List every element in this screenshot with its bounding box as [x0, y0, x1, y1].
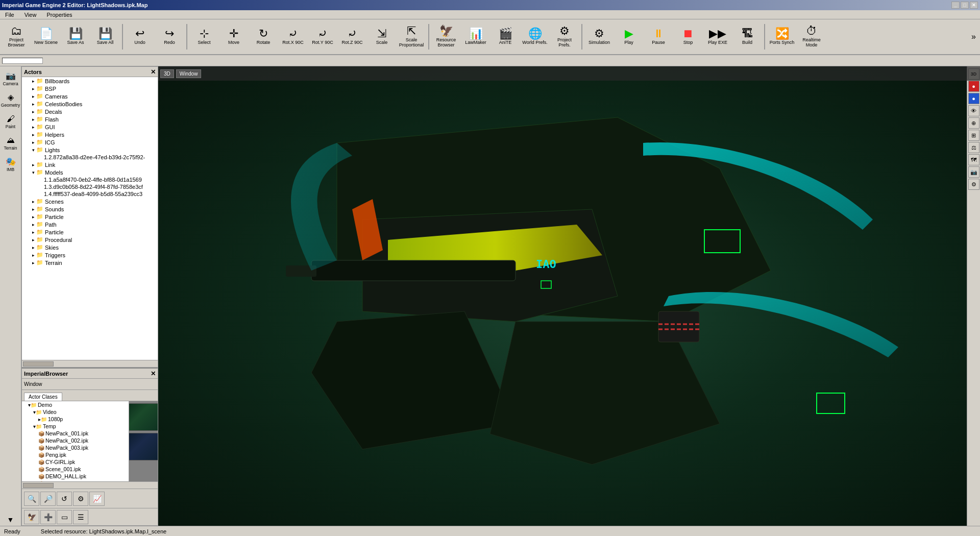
realtime-mode-button[interactable]: ⏱ Realtime Mode [797, 21, 826, 52]
tree-item[interactable]: ▸📁GUI [22, 123, 158, 131]
file-tree-item[interactable]: 📦Scene_001.ipk [22, 466, 129, 473]
sidebar-imb-button[interactable]: 🎭 IMB [2, 154, 20, 175]
world-prefs-button[interactable]: 🌐 World Prefs. [521, 21, 549, 52]
view-red-btn[interactable]: ● [968, 81, 979, 92]
sidebar-terrain-button[interactable]: ⛰ Terrain [2, 133, 20, 153]
roty90c-button[interactable]: ⤾ Rot.Y 90C [308, 21, 337, 52]
file-tree-item[interactable]: ▾📁Demo [22, 401, 129, 408]
file-tree-item[interactable]: ▾📁Temp [22, 423, 129, 430]
view-plus-btn[interactable]: ⊕ [968, 117, 979, 129]
file-tree-item[interactable]: ▸📁1080p [22, 416, 129, 423]
menu-properties[interactable]: Properties [43, 11, 75, 19]
tree-item[interactable]: ▾📁Models [22, 168, 158, 176]
view-blue-btn[interactable]: ● [968, 93, 979, 104]
tree-item[interactable]: ▸📁Link [22, 161, 158, 168]
sidebar-camera-button[interactable]: 📷 Camera [2, 68, 20, 89]
tree-item[interactable]: ▸📁Skies [22, 243, 158, 251]
tree-item[interactable]: 1.2.872a8a38-d2ee-47ed-b39d-2c75f92- [22, 154, 158, 161]
imperial-scroll-thumb[interactable] [23, 483, 54, 488]
rotate-button[interactable]: ↻ Rotate [249, 21, 278, 52]
view-balance-btn[interactable]: ⚖ [968, 142, 979, 153]
file-tree-item[interactable]: 📦CY-GIRL.ipk [22, 458, 129, 466]
new-scene-button[interactable]: 📄 New Scene [32, 21, 60, 52]
view-camera-btn[interactable]: 📷 [968, 166, 979, 178]
tree-item[interactable]: ▸📁Sounds [22, 205, 158, 213]
tree-item[interactable]: 1.3.d9c0b058-8d22-49f4-87fd-7858e3cf [22, 183, 158, 190]
imp-box-button[interactable]: ▭ [57, 510, 72, 524]
file-tree-item[interactable]: ▾📁Video [22, 408, 129, 416]
project-prefs-button[interactable]: ⚙ Project Prefs. [550, 21, 579, 52]
rotz90c-button[interactable]: ⤾ Rot.Z 90C [338, 21, 366, 52]
file-tree-item[interactable]: 📦Peng.ipk [22, 451, 129, 458]
tree-item[interactable]: ▸📁Flash [22, 115, 158, 123]
stop-button[interactable]: ⏹ Stop [674, 21, 702, 52]
project-browser-button[interactable]: 🗂 Project Browser [2, 21, 31, 52]
imp-search2-button[interactable]: 🔎 [40, 492, 56, 506]
sidebar-paint-button[interactable]: 🖌 Paint [2, 111, 20, 132]
imperial-browser-close[interactable]: ✕ [151, 370, 156, 377]
anite-button[interactable]: 🎬 AniTE [491, 21, 520, 52]
simulation-button[interactable]: ⚙ Simulation [585, 21, 614, 52]
view-eye-btn[interactable]: 👁 [968, 105, 979, 116]
save-all-button[interactable]: 💾 Save All [91, 21, 119, 52]
tree-item[interactable]: ▸📁Helpers [22, 131, 158, 138]
maximize-button[interactable]: □ [961, 2, 969, 9]
imperial-scrollbar-h[interactable] [22, 481, 158, 489]
pause-button[interactable]: ⏸ Pause [644, 21, 673, 52]
tree-item[interactable]: ▸📁Decals [22, 108, 158, 115]
imp-add-button[interactable]: ➕ [40, 510, 56, 524]
menu-view[interactable]: View [21, 11, 40, 19]
file-tree-item[interactable]: 📦NewPack_003.ipk [22, 444, 129, 451]
tree-item[interactable]: ▸📁Procedural [22, 236, 158, 243]
actors-scrollbar-h[interactable] [22, 360, 158, 367]
tree-item[interactable]: ▸📁Terrain [22, 259, 158, 266]
tree-item[interactable]: ▸📁Scenes [22, 198, 158, 205]
imp-settings-button[interactable]: ⚙ [73, 492, 88, 506]
build-button[interactable]: 🏗 Build [733, 21, 762, 52]
select-button[interactable]: ⊹ Select [190, 21, 218, 52]
tree-item[interactable]: ▸📁ICG [22, 138, 158, 146]
close-button[interactable]: ✕ [970, 2, 978, 9]
file-tree-item[interactable]: 📦DEMO_HALL.ipk [22, 473, 129, 480]
tree-item[interactable]: ▸📁Cameras [22, 92, 158, 100]
sidebar-geometry-button[interactable]: ◈ Geometry [2, 90, 20, 110]
tree-item[interactable]: ▸📁Path [22, 221, 158, 228]
tree-item[interactable]: ▸📁Triggers [22, 251, 158, 259]
tree-item[interactable]: 1.1.a5a8f470-0eb2-4ffe-bf88-0d1a1569 [22, 176, 158, 183]
viewport-3d-button[interactable]: 3D [160, 69, 174, 78]
imp-refresh-button[interactable]: ↺ [57, 492, 72, 506]
rotx90c-button[interactable]: ⤾ Rot.X 90C [279, 21, 307, 52]
view-settings-btn[interactable]: ⚙ [968, 179, 979, 190]
play-exe-button[interactable]: ▶▶ Play EXE [703, 21, 732, 52]
viewport[interactable]: 3D Window [158, 66, 980, 526]
view-map-btn[interactable]: 🗺 [968, 154, 979, 165]
save-as-button[interactable]: 💾 Save As [61, 21, 90, 52]
tree-item[interactable]: ▸📁Particle [22, 213, 158, 221]
file-tree-item[interactable]: 📦NewPack_002.ipk [22, 437, 129, 444]
imp-split-button[interactable]: ☰ [73, 510, 88, 524]
tree-item[interactable]: 1.4.fffff537-dea8-4099-b5d8-55a239cc3 [22, 190, 158, 198]
file-tree-item[interactable]: 📦NewPack_001.ipk [22, 430, 129, 437]
move-button[interactable]: ✛ Move [219, 21, 248, 52]
toolbar-overflow[interactable]: » [969, 32, 978, 41]
undo-button[interactable]: ↩ Undo [126, 21, 154, 52]
actors-panel-close[interactable]: ✕ [151, 68, 156, 76]
actor-classes-tab[interactable]: Actor Clases [24, 393, 62, 401]
tree-item[interactable]: ▸📁Billboards [22, 77, 158, 85]
tree-item[interactable]: ▸📁Particle [22, 228, 158, 236]
menu-file[interactable]: File [2, 11, 17, 19]
actors-tree-view[interactable]: ▸📁Billboards▸📁BSP▸📁Cameras▸📁CelestioBodi… [22, 77, 158, 360]
resource-browser-button[interactable]: 🦅 Resource Browser [432, 21, 460, 52]
minimize-button[interactable]: _ [951, 2, 960, 9]
tree-item[interactable]: ▾📁Lights [22, 146, 158, 154]
ports-synch-button[interactable]: 🔀 Ports Synch [768, 21, 796, 52]
sidebar-expand-arrow[interactable]: ▼ [7, 516, 14, 524]
scale-button[interactable]: ⇲ Scale [368, 21, 396, 52]
imp-search-button[interactable]: 🔍 [24, 492, 39, 506]
toolbar-slider[interactable] [2, 58, 43, 64]
file-tree[interactable]: ▾📁Demo▾📁Video▸📁1080p▾📁Temp📦NewPack_001.i… [22, 401, 129, 481]
view-grid-btn[interactable]: ⊞ [968, 130, 979, 141]
viewport-window-button[interactable]: Window [176, 69, 202, 78]
tree-item[interactable]: ▸📁CelestioBodies [22, 100, 158, 108]
scale-proportional-button[interactable]: ⇱ Scale Proportional [397, 21, 426, 52]
